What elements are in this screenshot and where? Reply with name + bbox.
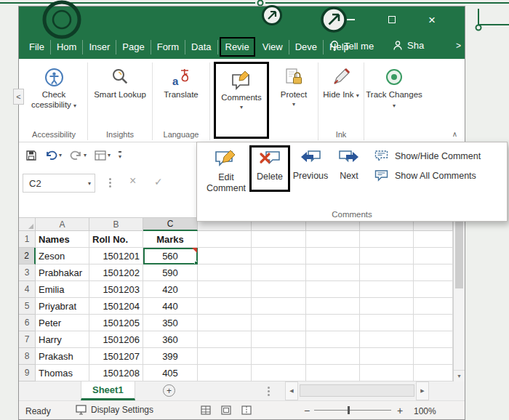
cell-empty[interactable]	[198, 365, 252, 381]
maximize-button[interactable]	[377, 9, 406, 30]
cell-C9[interactable]: 405	[143, 365, 198, 381]
tab-data[interactable]: Data	[185, 40, 217, 54]
cell-A9[interactable]: Thomas	[36, 365, 89, 381]
cell-empty[interactable]	[252, 231, 306, 248]
cancel-entry-icon[interactable]: ×	[129, 175, 136, 187]
cell-B5[interactable]: 1501204	[89, 298, 143, 315]
cell-A4[interactable]: Emilia	[36, 281, 89, 298]
close-button[interactable]: ×	[417, 9, 446, 30]
cell-empty[interactable]	[198, 231, 252, 248]
show-hide-comment-menu-item[interactable]: Show/Hide Comment	[374, 150, 481, 162]
cell-B6[interactable]: 1501205	[89, 315, 143, 331]
smart-lookup-button[interactable]: Smart Lookup	[89, 61, 151, 100]
cell-empty[interactable]	[306, 348, 360, 365]
collapse-ribbon-button[interactable]: ∧	[452, 130, 457, 138]
cell-A1[interactable]: Names	[36, 231, 89, 248]
next-comment-menu-item[interactable]: Next	[331, 145, 367, 194]
tab-review[interactable]: Revie	[220, 37, 255, 57]
cell-empty[interactable]	[414, 231, 453, 248]
cell-empty[interactable]	[414, 331, 453, 348]
cell-empty[interactable]	[252, 248, 306, 264]
share-button[interactable]: Sha	[393, 40, 424, 51]
tab-overflow-chevron[interactable]: >	[456, 41, 461, 51]
cell-C5[interactable]: 440	[143, 298, 198, 315]
cell-empty[interactable]	[360, 331, 414, 348]
cell-C2[interactable]: 560	[143, 248, 198, 264]
cell-empty[interactable]	[198, 331, 252, 348]
cell-empty[interactable]	[360, 281, 414, 298]
protect-button[interactable]: Protect ▾	[271, 61, 316, 110]
tab-developer[interactable]: Deve	[289, 40, 324, 54]
cell-empty[interactable]	[414, 248, 453, 264]
cell-A7[interactable]: Harry	[36, 331, 89, 348]
cell-C7[interactable]: 360	[143, 331, 198, 348]
cell-empty[interactable]	[360, 365, 414, 381]
cell-empty[interactable]	[252, 264, 306, 281]
cell-empty[interactable]	[252, 348, 306, 365]
tab-page-layout[interactable]: Page	[116, 40, 151, 54]
cell-empty[interactable]	[306, 248, 360, 264]
sheet-tab-sheet1[interactable]: Sheet1	[81, 381, 135, 400]
edit-comment-menu-item[interactable]: Edit Comment	[203, 145, 249, 194]
scroll-down-button[interactable]: ▼	[454, 370, 465, 381]
redo-button[interactable]: ▾	[70, 150, 87, 161]
horizontal-scrollbar-thumb[interactable]	[300, 384, 414, 397]
cell-empty[interactable]	[414, 315, 453, 331]
cell-A5[interactable]: Priyabrat	[36, 298, 89, 315]
cell-empty[interactable]	[414, 365, 453, 381]
cell-empty[interactable]	[198, 248, 252, 264]
cell-C6[interactable]: 350	[143, 315, 198, 331]
row-header-7[interactable]: 7	[19, 331, 36, 348]
cell-empty[interactable]	[360, 248, 414, 264]
cell-empty[interactable]	[360, 231, 414, 248]
cell-empty[interactable]	[360, 315, 414, 331]
delete-comment-menu-item[interactable]: Delete	[249, 145, 290, 192]
vertical-scrollbar[interactable]: ▼	[453, 217, 465, 381]
cell-empty[interactable]	[252, 298, 306, 315]
cell-A8[interactable]: Prakash	[36, 348, 89, 365]
translate-button[interactable]: a Translate	[154, 61, 208, 100]
show-all-comments-menu-item[interactable]: Show All Comments	[374, 169, 481, 182]
vertical-scrollbar-thumb[interactable]	[455, 222, 463, 288]
page-break-view-icon[interactable]	[241, 405, 252, 415]
cell-C4[interactable]: 420	[143, 281, 198, 298]
normal-view-icon[interactable]	[201, 405, 211, 415]
row-header-8[interactable]: 8	[19, 348, 36, 365]
scroll-left-button[interactable]: ◀	[285, 381, 298, 400]
cell-empty[interactable]	[252, 315, 306, 331]
cell-B2[interactable]: 1501201	[89, 248, 143, 264]
cell-empty[interactable]	[306, 281, 360, 298]
cell-empty[interactable]	[252, 281, 306, 298]
tab-bar-drag-handle[interactable]	[268, 387, 270, 396]
cell-empty[interactable]	[252, 365, 306, 381]
tab-formulas[interactable]: Form	[151, 40, 185, 54]
cell-B1[interactable]: Roll No.	[89, 231, 143, 248]
tab-view[interactable]: View	[257, 40, 289, 54]
tell-me-button[interactable]: Tell me	[329, 40, 374, 52]
page-layout-view-icon[interactable]	[221, 405, 231, 415]
cell-A2[interactable]: Zeson	[36, 248, 89, 264]
cell-B7[interactable]: 1501206	[89, 331, 143, 348]
row-header-3[interactable]: 3	[19, 264, 36, 281]
fill-handle[interactable]	[194, 261, 198, 264]
cell-empty[interactable]	[414, 348, 453, 365]
qat-table-tool-button[interactable]: ▾	[95, 150, 111, 161]
row-header-2[interactable]: 2	[19, 248, 36, 264]
new-sheet-button[interactable]: +	[163, 384, 175, 397]
cell-empty[interactable]	[414, 298, 453, 315]
row-header-4[interactable]: 4	[19, 281, 36, 298]
zoom-in-button[interactable]: +	[397, 405, 403, 416]
cell-empty[interactable]	[198, 315, 252, 331]
cell-empty[interactable]	[306, 315, 360, 331]
row-header-9[interactable]: 9	[19, 365, 36, 381]
select-all-button[interactable]	[19, 218, 36, 231]
cell-empty[interactable]	[360, 264, 414, 281]
cell-empty[interactable]	[198, 348, 252, 365]
zoom-out-button[interactable]: −	[304, 405, 310, 416]
column-header-C[interactable]: C	[143, 218, 198, 231]
cell-empty[interactable]	[414, 281, 453, 298]
row-header-1[interactable]: 1	[19, 231, 36, 248]
cell-empty[interactable]	[414, 264, 453, 281]
cell-empty[interactable]	[198, 298, 252, 315]
previous-comment-menu-item[interactable]: Previous	[290, 145, 331, 194]
